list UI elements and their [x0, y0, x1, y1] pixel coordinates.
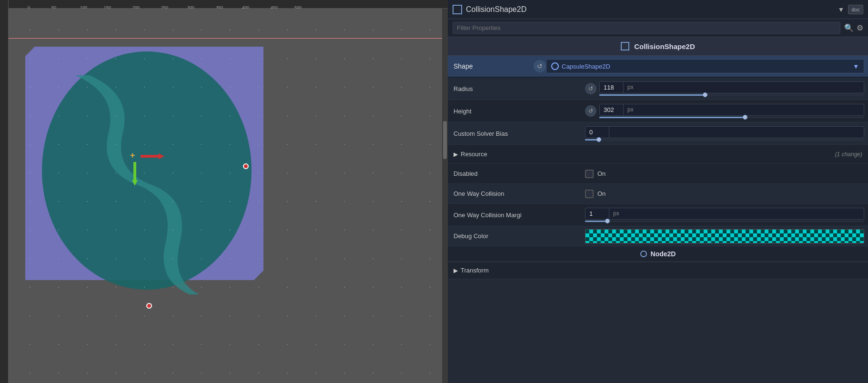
radius-value: 118 — [600, 82, 624, 93]
one-way-collision-toggle-box[interactable] — [585, 190, 594, 198]
node2d-title: Node2D — [651, 250, 676, 258]
custom-solver-value-row: 0 — [585, 126, 864, 138]
radius-unit: px — [624, 82, 637, 93]
handle-dot-bottom[interactable] — [146, 303, 152, 309]
disabled-toggle-wrap: On — [585, 170, 606, 178]
custom-solver-slider[interactable] — [585, 139, 864, 141]
height-reset-button[interactable]: ↺ — [585, 105, 596, 117]
one-way-collision-toggle-wrap: On — [585, 190, 606, 198]
one-way-collision-row: One Way Collision On — [448, 184, 868, 204]
filter-bar: 🔍 ⚙ — [448, 19, 868, 37]
ruler-left — [0, 0, 9, 383]
search-icon-btn[interactable]: 🔍 — [844, 23, 854, 32]
one-way-margi-slider-fill — [585, 221, 607, 222]
node-icon — [453, 5, 462, 14]
one-way-collision-margi-control: 1 px — [581, 204, 868, 226]
one-way-margi-input-wrap[interactable]: 1 px — [585, 208, 864, 220]
radius-control: ↺ 118 px — [581, 78, 868, 100]
one-way-margi-slider[interactable] — [585, 221, 864, 222]
height-slider-fill — [599, 117, 745, 118]
one-way-collision-label: One Way Collision — [448, 186, 581, 201]
shape-reset-button[interactable]: ↺ — [534, 60, 546, 72]
handle-dot-right[interactable] — [243, 163, 249, 169]
shape-value-text: CapsuleShape2D — [562, 63, 610, 70]
disabled-label: Disabled — [448, 166, 581, 181]
collision-shape-section-header: CollisionShape2D — [448, 37, 868, 56]
shape-row: Shape ↺ CapsuleShape2D ▼ — [448, 56, 868, 78]
custom-solver-slider-thumb — [596, 137, 601, 142]
one-way-margi-slider-thumb — [605, 219, 610, 223]
radius-reset-button[interactable]: ↺ — [585, 83, 596, 94]
shape-dropdown-arrow: ▼ — [853, 63, 859, 70]
resource-arrow-icon: ▶ — [454, 151, 458, 158]
custom-solver-bias-label: Custom Solver Bias — [448, 126, 581, 141]
one-way-margi-value-row: 1 px — [585, 208, 864, 220]
one-way-collision-margi-inner: 1 px — [585, 206, 864, 224]
disabled-control: On — [581, 168, 868, 180]
one-way-collision-margi-row: One Way Collision Margi 1 px — [448, 204, 868, 226]
node2d-icon — [640, 251, 647, 257]
disabled-toggle-box[interactable] — [585, 170, 594, 178]
resource-row[interactable]: ▶ Resource (1 change) — [448, 145, 868, 164]
scrollbar-thumb[interactable] — [443, 121, 447, 159]
canvas-area[interactable] — [9, 9, 448, 383]
top-bar-right: ▼ doc — [838, 5, 863, 14]
dropdown-arrow-icon[interactable]: ▼ — [838, 6, 844, 13]
radius-value-row: 118 px — [599, 81, 864, 93]
debug-color-label: Debug Color — [448, 229, 581, 243]
height-label: Height — [448, 104, 581, 119]
scrollbar-right[interactable] — [442, 9, 448, 383]
custom-solver-inner: 0 — [585, 124, 864, 142]
debug-color-row: Debug Color — [448, 226, 868, 246]
debug-color-swatch[interactable] — [585, 229, 864, 243]
height-slider-thumb — [743, 115, 747, 120]
height-inner: 302 px — [599, 102, 864, 120]
height-row: Height ↺ 302 px — [448, 100, 868, 122]
height-control: ↺ 302 px — [581, 100, 868, 122]
panel-title: CollisionShape2D — [466, 5, 526, 14]
properties-list: CollisionShape2D Shape ↺ CapsuleShape2D … — [448, 37, 868, 383]
grid-overlay — [9, 9, 448, 383]
properties-panel: CollisionShape2D ▼ doc 🔍 ⚙ CollisionShap… — [448, 0, 868, 383]
radius-row: Radius ↺ 118 px — [448, 78, 868, 100]
height-slider[interactable] — [599, 117, 864, 118]
resource-label: Resource — [461, 151, 487, 158]
debug-color-control — [581, 227, 868, 245]
resource-change-text: (1 change) — [835, 151, 862, 158]
ruler-top: 0 50 100 150 200 250 300 350 400 450 500 — [0, 0, 448, 9]
height-unit: px — [624, 104, 637, 115]
section-header-icon — [621, 42, 629, 50]
one-way-margi-value: 1 — [585, 208, 609, 219]
height-value: 302 — [600, 104, 624, 115]
radius-label: Radius — [448, 81, 581, 96]
one-way-margi-unit: px — [609, 208, 623, 219]
one-way-collision-control: On — [581, 188, 868, 200]
filter-icons: 🔍 ⚙ — [844, 23, 863, 32]
shape-value-button[interactable]: CapsuleShape2D ▼ — [546, 59, 864, 73]
section-header-title: CollisionShape2D — [634, 42, 695, 50]
top-bar-left: CollisionShape2D — [453, 5, 526, 14]
filter-input[interactable] — [453, 22, 840, 34]
one-way-collision-toggle-label: On — [597, 190, 606, 197]
center-cross-handle — [131, 152, 139, 160]
transform-label: Transform — [461, 267, 489, 274]
node2d-header[interactable]: Node2D — [448, 246, 868, 262]
disabled-toggle-label: On — [597, 170, 606, 177]
settings-icon-btn[interactable]: ⚙ — [857, 23, 863, 32]
transform-row[interactable]: ▶ Transform — [448, 262, 868, 279]
radius-slider[interactable] — [599, 94, 864, 96]
custom-solver-bias-control: 0 — [581, 122, 868, 144]
radius-slider-fill — [599, 94, 705, 96]
height-input-wrap[interactable]: 302 px — [599, 104, 864, 116]
doc-button[interactable]: doc — [848, 5, 863, 14]
one-way-collision-margi-label: One Way Collision Margi — [448, 208, 581, 222]
radius-slider-thumb — [703, 92, 707, 97]
custom-solver-input-wrap[interactable]: 0 — [585, 126, 864, 138]
top-bar: CollisionShape2D ▼ doc — [448, 0, 868, 19]
shape-label: Shape — [448, 59, 534, 74]
custom-solver-value: 0 — [585, 127, 609, 138]
custom-solver-bias-row: Custom Solver Bias 0 — [448, 122, 868, 145]
capsule-icon — [551, 62, 559, 70]
viewport[interactable]: 0 50 100 150 200 250 300 350 400 450 500 — [0, 0, 448, 383]
radius-input-wrap[interactable]: 118 px — [599, 81, 864, 93]
